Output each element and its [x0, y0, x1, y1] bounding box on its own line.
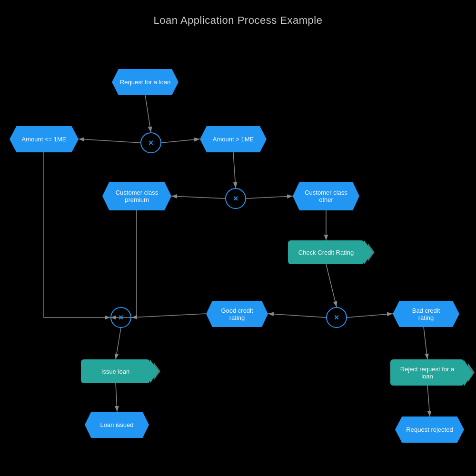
svg-line-8	[326, 264, 337, 307]
canvas: Loan Application Process Example	[0, 0, 476, 476]
svg-line-15	[427, 386, 430, 416]
node-request: Request for a loan	[112, 69, 178, 95]
gateway-4: ×	[110, 307, 131, 328]
check-credit-arrow	[364, 240, 373, 264]
gateway-2: ×	[225, 188, 246, 209]
node-request-rejected: Request rejected	[395, 416, 464, 443]
svg-line-14	[424, 327, 427, 359]
svg-line-13	[116, 383, 117, 412]
svg-line-5	[171, 196, 225, 198]
svg-line-1	[145, 95, 151, 132]
issue-loan-arrow	[150, 359, 159, 383]
svg-line-9	[268, 314, 326, 317]
node-issue-loan: Issue loan	[81, 359, 150, 383]
gateway-3: ×	[326, 307, 347, 328]
svg-line-2	[79, 139, 140, 143]
gateway-1: ×	[140, 132, 161, 153]
node-check-credit: Check Credit Rating	[288, 240, 364, 264]
svg-line-4	[233, 152, 236, 188]
node-reject-request: Reject request for a loan	[390, 359, 464, 386]
node-cust-premium: Customer class premium	[102, 182, 171, 210]
svg-line-10	[347, 314, 393, 317]
flowchart-arrows	[0, 0, 476, 476]
node-loan-issued: Loan issued	[85, 412, 149, 438]
svg-line-3	[161, 139, 200, 143]
page-title: Loan Application Process Example	[0, 14, 476, 27]
svg-line-6	[246, 196, 293, 198]
node-amount-gt: Amount > 1ME	[200, 126, 267, 152]
node-good-credit: Good credit rating	[206, 301, 268, 327]
svg-line-11	[131, 314, 206, 317]
node-amount-lte: Amount <= 1ME	[10, 126, 79, 152]
node-cust-other: Customer class other	[293, 182, 359, 210]
node-bad-credit: Bad credit rating	[393, 301, 459, 327]
svg-line-12	[116, 328, 121, 359]
reject-request-arrow	[464, 360, 473, 386]
